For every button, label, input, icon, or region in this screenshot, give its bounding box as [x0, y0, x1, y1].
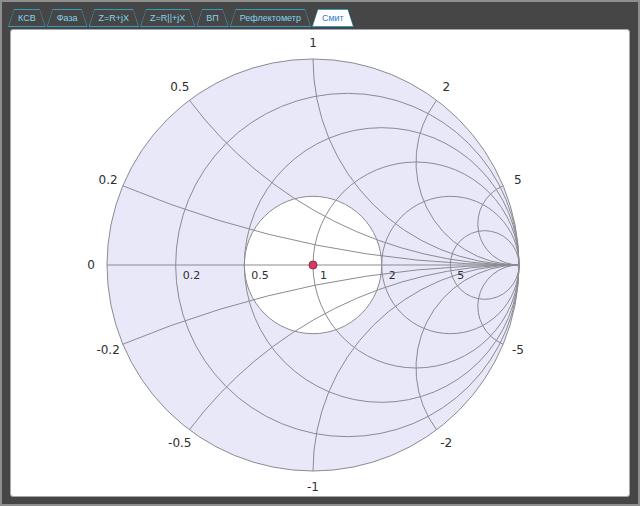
- reactance-label--2: -2: [440, 436, 452, 450]
- reactance-label-1: 1: [309, 36, 317, 50]
- measurement-marker: [309, 261, 317, 269]
- reactance-label-2: 2: [442, 80, 450, 94]
- tab-vp[interactable]: ВП: [196, 9, 228, 27]
- tab-vp-label: ВП: [197, 10, 227, 26]
- tab-z-parallel-label: Z=R||+jX: [141, 10, 194, 26]
- tab-reflectometer[interactable]: Рефлектометр: [230, 9, 311, 27]
- tab-z-parallel[interactable]: Z=R||+jX: [140, 9, 195, 27]
- reactance-label-0.2: 0.2: [99, 173, 118, 187]
- smith-chart: 00.20.5125-0.2-0.5-1-2-50.20.5125: [11, 30, 629, 496]
- resistance-label-1: 1: [320, 269, 327, 282]
- reactance-label-0: 0: [87, 258, 95, 272]
- tab-z-series[interactable]: Z=R+jX: [89, 9, 140, 27]
- reactance-label--0.5: -0.5: [168, 436, 191, 450]
- app-window: КСВ Фаза Z=R+jX Z=R||+jX ВП Рефлектометр…: [0, 0, 640, 506]
- resistance-label-5: 5: [457, 269, 464, 282]
- tab-ksv-label: КСВ: [9, 10, 45, 26]
- reactance-label-0.5: 0.5: [170, 80, 189, 94]
- tab-faza-label: Фаза: [48, 10, 87, 26]
- tab-reflectometer-label: Рефлектометр: [231, 10, 310, 26]
- tab-smith-label: Смит: [313, 10, 353, 26]
- tab-smith[interactable]: Смит: [312, 9, 354, 27]
- tab-bar: КСВ Фаза Z=R+jX Z=R||+jX ВП Рефлектометр…: [8, 8, 355, 27]
- reactance-label--5: -5: [512, 343, 524, 357]
- resistance-label-2: 2: [389, 269, 396, 282]
- reactance-label--1: -1: [307, 480, 319, 494]
- chart-panel: 00.20.5125-0.2-0.5-1-2-50.20.5125: [10, 29, 630, 497]
- tab-faza[interactable]: Фаза: [47, 9, 88, 27]
- resistance-label-0.2: 0.2: [183, 269, 201, 282]
- reactance-label--0.2: -0.2: [96, 343, 119, 357]
- tab-z-series-label: Z=R+jX: [90, 10, 139, 26]
- tab-ksv[interactable]: КСВ: [8, 9, 46, 27]
- resistance-label-0.5: 0.5: [251, 269, 268, 282]
- reactance-label-5: 5: [514, 173, 522, 187]
